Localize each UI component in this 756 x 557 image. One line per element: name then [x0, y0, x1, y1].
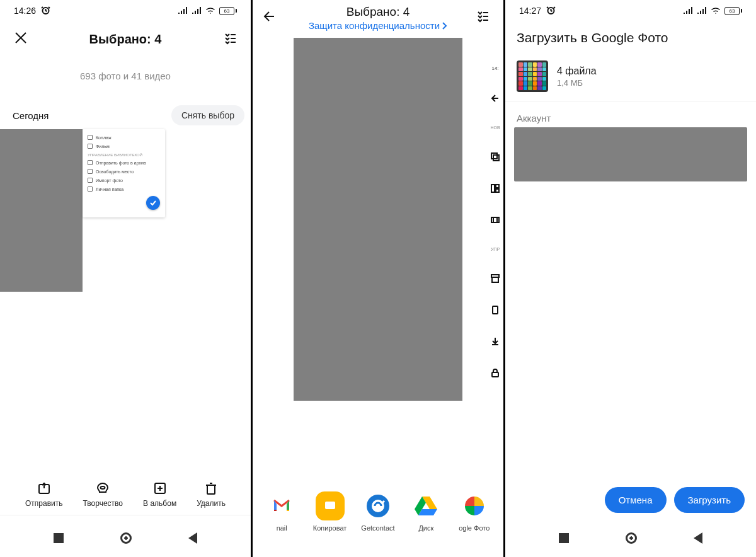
archive-icon[interactable] [491, 274, 500, 283]
action-creative[interactable]: Творчество [83, 481, 123, 508]
status-bar: 14:26 63 [0, 0, 251, 21]
select-all-icon[interactable] [223, 31, 237, 47]
side-strip: 14: НОВ УПР [487, 66, 503, 377]
header: Выбрано: 4 [0, 21, 251, 57]
dialog-title: Загрузить в Google Фото [517, 30, 745, 45]
file-count: 4 файла [557, 66, 597, 77]
wifi-icon [711, 7, 721, 14]
svg-rect-10 [491, 217, 499, 222]
share-copy[interactable]: Копироват [308, 491, 352, 532]
svg-rect-6 [493, 155, 499, 161]
dialog-buttons: Отмена Загрузить [605, 487, 745, 513]
account-selector-redacted[interactable] [514, 127, 747, 181]
svg-rect-13 [493, 306, 498, 314]
download-icon[interactable] [491, 337, 500, 346]
svg-rect-4 [207, 485, 215, 494]
menu-locked[interactable]: Личная папка [88, 185, 160, 193]
action-delete[interactable]: Удалить [197, 481, 226, 508]
device-icon[interactable] [491, 306, 500, 314]
battery-icon: 63 [219, 7, 237, 15]
panel-share-sheet: Выбрано: 4 Защита конфиденциальности 14:… [253, 0, 505, 557]
share-gmail[interactable]: nail [260, 491, 304, 532]
signal-sim1-icon [683, 7, 693, 14]
cancel-button[interactable]: Отмена [605, 487, 667, 513]
system-nav-bar [0, 519, 251, 557]
system-nav-bar [505, 519, 756, 557]
action-to-album[interactable]: В альбом [143, 481, 176, 508]
svg-rect-15 [325, 502, 335, 509]
menu-film[interactable]: Фильм [88, 142, 160, 151]
svg-point-2 [101, 486, 105, 489]
page-title: Выбрано: 4 [89, 32, 162, 47]
lock-icon[interactable] [491, 369, 500, 377]
menu-import[interactable]: Импорт фото [88, 176, 160, 185]
status-bar: 14:27 63 [505, 0, 756, 21]
panel-upload-dialog: 14:27 63 Загрузить в Google Фото 4 фай [505, 0, 756, 557]
film-icon[interactable] [491, 215, 500, 224]
photo-preview[interactable] [294, 38, 462, 401]
files-thumbnail [517, 60, 548, 92]
file-summary-row: 4 файла 1,4 МБ [505, 52, 756, 101]
section-today: Сегодня [13, 110, 49, 121]
signal-sim2-icon [192, 7, 202, 14]
recents-button[interactable] [54, 533, 64, 543]
share-google-photos[interactable]: ogle Фото [452, 491, 496, 532]
bottom-action-bar: Отправить Творчество В альбом Удалить [0, 481, 251, 508]
signal-sim1-icon [178, 7, 188, 14]
strip-label-manage: УПР [491, 247, 500, 251]
file-size: 1,4 МБ [557, 78, 597, 88]
close-icon[interactable] [14, 31, 28, 47]
menu-section: Управление библиотекой [88, 151, 160, 158]
upload-button[interactable]: Загрузить [674, 487, 745, 513]
alarm-icon [41, 5, 50, 16]
home-button[interactable] [120, 532, 132, 544]
collage-icon[interactable] [491, 184, 500, 193]
signal-sim2-icon [697, 7, 707, 14]
svg-rect-12 [492, 277, 498, 282]
wifi-icon [205, 7, 215, 14]
media-count: 693 фото и 41 видео [0, 71, 251, 81]
battery-icon: 63 [724, 7, 742, 15]
menu-free-space[interactable]: Освободить место [88, 167, 160, 176]
selected-check-icon [146, 196, 160, 210]
privacy-link[interactable]: Защита конфиденциальности [309, 20, 447, 31]
menu-archive[interactable]: Отправить фото в архив [88, 158, 160, 167]
svg-rect-9 [496, 189, 499, 192]
header: Выбрано: 4 Защита конфиденциальности [253, 0, 503, 33]
action-send[interactable]: Отправить [25, 481, 63, 508]
svg-rect-8 [496, 185, 499, 188]
panel-gallery-selection: 14:26 63 Выбрано: 4 693 фото и 41 видео … [0, 0, 253, 557]
deselect-chip[interactable]: Снять выбор [171, 105, 244, 125]
select-all-icon[interactable] [476, 9, 490, 25]
share-targets: nail Копироват Getcontact Диск ogle Фото [253, 491, 503, 532]
status-time: 14:26 [14, 6, 36, 16]
recents-button[interactable] [559, 533, 569, 543]
strip-label-new: НОВ [490, 125, 500, 130]
thumbnail-placeholder[interactable] [0, 129, 83, 292]
status-time: 14:27 [519, 6, 541, 16]
thumbnail-grid: Коллаж Фильм Управление библиотекой Отпр… [0, 129, 251, 294]
home-button[interactable] [626, 532, 637, 544]
account-label: Аккаунт [505, 101, 756, 127]
menu-collage[interactable]: Коллаж [88, 133, 160, 142]
share-drive[interactable]: Диск [404, 491, 448, 532]
back-arrow-icon[interactable] [263, 9, 278, 26]
back-button[interactable] [694, 532, 702, 544]
svg-rect-7 [491, 185, 495, 192]
back-button[interactable] [188, 532, 197, 544]
dialog-header: Загрузить в Google Фото [505, 21, 756, 52]
context-menu-card: Коллаж Фильм Управление библиотекой Отпр… [83, 129, 165, 217]
share-getcontact[interactable]: Getcontact [356, 491, 400, 532]
svg-rect-5 [491, 153, 497, 159]
alarm-icon [546, 5, 556, 16]
copy-icon[interactable] [491, 152, 500, 161]
svg-rect-14 [492, 372, 498, 377]
page-title: Выбрано: 4 [263, 5, 493, 19]
